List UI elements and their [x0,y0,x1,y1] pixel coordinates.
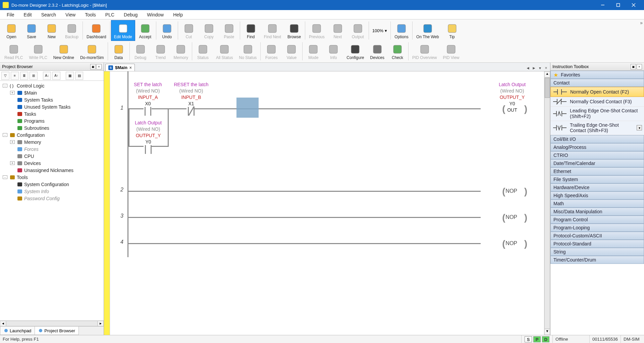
pb-filter-icon[interactable]: ▽ [1,72,9,80]
menu-debug[interactable]: Debug [119,11,142,19]
toolbox-category[interactable]: String [550,248,644,256]
toolbox-item[interactable]: Trailing Edge One-Shot Contact (Shift+F3… [550,121,644,135]
toolbox-category[interactable]: File System [550,175,644,183]
maximize-button[interactable] [610,0,626,10]
toolbox-category[interactable]: CTRIO [550,151,644,159]
toolbar-edit-mode[interactable]: Edit Mode [111,20,135,41]
status-box-p[interactable]: P [533,336,541,342]
toolbar-new[interactable]: New [42,20,62,41]
toolbox-category[interactable]: Date/Time/Calendar [550,159,644,167]
toolbox-category[interactable]: Timer/Counter/Drum [550,256,644,264]
toolbar-save[interactable]: Save [21,20,42,41]
status-box-d[interactable]: D [542,336,549,342]
pb-az-asc-icon[interactable]: A↓ [43,72,51,80]
tree-item[interactable]: System Tasks [1,96,103,103]
toolbar-accept[interactable]: Accept [135,20,155,41]
toolbar-options[interactable]: Options [391,20,412,41]
toolbar-devices[interactable]: Devices [367,41,387,62]
tabnav-list-icon[interactable]: ▾ [537,66,543,70]
tree-item[interactable]: +$Main [1,89,103,96]
tree-item[interactable]: CPU [1,153,103,160]
tree-item[interactable]: -Tools [1,174,103,181]
toolbox-category[interactable]: Misc/Data Manipulation [550,208,644,216]
pb-sort1-icon[interactable]: ≡ [11,72,19,80]
toolbar-configure[interactable]: Configure [343,41,367,62]
toolbar-dashboard[interactable]: Dashboard [84,20,109,41]
toolbox-category[interactable]: Program Control [550,216,644,224]
tree-item[interactable]: Unassigned Nicknames [1,167,103,174]
tabnav-prev-icon[interactable]: ◄ [525,66,531,70]
toolbar-undo[interactable]: Undo [157,20,177,41]
toolbox-category[interactable]: Ethernet [550,167,644,175]
tree-item[interactable]: Tasks [1,110,103,117]
toolbox-item[interactable]: Normally Open Contact (F2) [550,87,644,97]
tabnav-next-icon[interactable]: ► [531,66,537,70]
toolbox-item[interactable]: Leading Edge One-Shot Contact (Shift+F2) [550,107,644,121]
toolbar-on-the-web[interactable]: On The Web [413,20,442,41]
minimize-button[interactable] [595,0,610,10]
tree-item[interactable]: Forces [1,146,103,153]
menu-view[interactable]: View [61,11,80,19]
toolbar-overflow-icon[interactable]: » [640,20,643,25]
tree-item[interactable]: Password Config [1,195,103,202]
tree-item[interactable]: Unused System Tasks [1,103,103,110]
menu-window[interactable]: Window [142,11,168,19]
menu-file[interactable]: File [2,11,19,19]
toolbar-open[interactable]: Open [1,20,21,41]
toolbox-category[interactable]: Protocol-Standard [550,240,644,248]
document-tab-main[interactable]: S $Main × [105,64,135,71]
project-hscroll[interactable]: ◄► [0,320,104,326]
toolbox-category[interactable]: Math [550,199,644,208]
pb-sort3-icon[interactable]: ⊞ [30,72,38,80]
tree-item[interactable]: +Memory [1,138,103,146]
pb-grid-icon[interactable]: ▦ [66,72,74,80]
panel-close-icon[interactable]: × [96,64,102,69]
bottom-tab-project-browser[interactable]: Project Browser [35,327,79,335]
toolbox-item[interactable]: Normally Closed Contact (F3) [550,97,644,107]
tabnav-close-icon[interactable]: × [543,66,549,70]
menu-edit[interactable]: Edit [19,11,37,19]
zoom-selector[interactable]: 100% ▾ [370,20,390,41]
toolbar-data[interactable]: Data [109,41,129,62]
contact-input-b[interactable]: RESET the latch (Wired NO) INPUT_B X1 [171,81,211,117]
toolbox-scroll-icon[interactable]: ▾ [637,125,642,130]
close-button[interactable] [626,0,641,10]
tree-item[interactable]: +Devices [1,160,103,167]
pb-sort2-icon[interactable]: ≣ [20,72,28,80]
tree-item[interactable]: System Configuration [1,181,103,188]
tree-item[interactable]: -Configuration [1,131,103,138]
pb-az-desc-icon[interactable]: A↑ [52,72,60,80]
toolbox-category[interactable]: High Speed/Axis [550,191,644,199]
menu-plc[interactable]: PLC [101,11,119,19]
menu-help[interactable]: Help [168,11,187,19]
ladder-editor[interactable]: 1 () [104,71,544,335]
bottom-tab-launchpad[interactable]: Launchpad [0,327,35,335]
toolbar-check[interactable]: Check [387,41,408,62]
toolbox-close-icon[interactable]: × [637,64,642,69]
toolbar-find[interactable]: Find [241,20,261,41]
toolbox-category[interactable]: Analog/Process [550,143,644,151]
toolbar-tip[interactable]: Tip [442,20,462,41]
toolbox-category[interactable]: Coil/Bit I/O [550,135,644,143]
toolbox-favorites[interactable]: ★Favorites [550,71,644,79]
tree-item[interactable]: Programs [1,117,103,124]
toolbar-new-online[interactable]: New Online [50,41,77,62]
tree-item[interactable]: -( )Control Logic [1,82,103,89]
selection-box[interactable] [236,98,259,118]
pb-table-icon[interactable]: ▤ [75,72,83,80]
tree-item[interactable]: System Info [1,188,103,195]
toolbar-do-more-sim[interactable]: Do-more/Sim [77,41,107,62]
toolbox-category[interactable]: Hardware/Device [550,183,644,191]
menu-search[interactable]: Search [37,11,61,19]
toolbox-category[interactable]: Program-Looping [550,224,644,232]
toolbox-category[interactable]: Contact [550,79,644,87]
project-tree[interactable]: -( )Control Logic +$MainSystem TasksUnus… [0,81,104,320]
toolbar-browse[interactable]: Browse [284,20,304,41]
status-box-s[interactable]: S [525,336,532,342]
doc-tab-close-icon[interactable]: × [129,65,132,70]
tree-item[interactable]: Subroutines [1,124,103,131]
menu-tools[interactable]: Tools [80,11,101,19]
toolbox-category[interactable]: Protocol-Custom/ASCII [550,232,644,240]
panel-pin-icon[interactable]: ▣ [90,64,96,69]
toolbox-pin-icon[interactable]: ▣ [631,64,636,69]
